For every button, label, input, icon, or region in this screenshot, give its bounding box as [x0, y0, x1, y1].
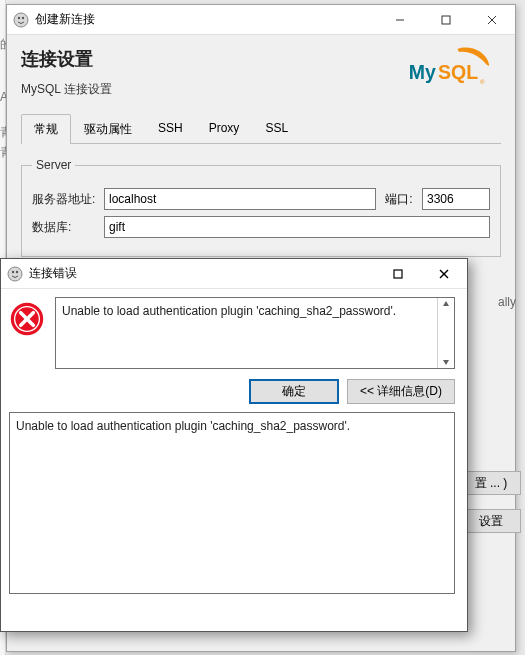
close-button[interactable]: [469, 5, 515, 34]
svg-rect-4: [442, 16, 450, 24]
server-group: Server 服务器地址: 端口: 数据库:: [21, 158, 501, 257]
tab-general[interactable]: 常规: [21, 114, 71, 144]
ok-button[interactable]: 确定: [249, 379, 339, 404]
svg-text:My: My: [409, 61, 436, 83]
app-icon: [13, 12, 29, 28]
error-icon: [9, 301, 45, 340]
db-label: 数据库:: [32, 219, 98, 236]
app-icon: [7, 266, 23, 282]
clipped-button-2[interactable]: 设置: [461, 509, 521, 533]
tabs: 常规 驱动属性 SSH Proxy SSL: [21, 114, 501, 144]
port-label: 端口:: [382, 191, 416, 208]
host-label: 服务器地址:: [32, 191, 98, 208]
svg-text:SQL: SQL: [438, 61, 478, 83]
svg-rect-13: [394, 270, 402, 278]
details-button[interactable]: << 详细信息(D): [347, 379, 455, 404]
error-details-text: Unable to load authentication plugin 'ca…: [16, 419, 350, 433]
svg-point-1: [18, 16, 20, 18]
svg-point-0: [14, 13, 28, 27]
error-message-box: Unable to load authentication plugin 'ca…: [55, 297, 455, 369]
svg-point-2: [22, 16, 24, 18]
error-message: Unable to load authentication plugin 'ca…: [62, 304, 396, 318]
tab-driver[interactable]: 驱动属性: [71, 114, 145, 144]
tab-proxy[interactable]: Proxy: [196, 114, 253, 144]
window-title: 创建新连接: [35, 11, 377, 28]
error-maximize-button[interactable]: [375, 259, 421, 288]
db-input[interactable]: [104, 216, 490, 238]
scrollbar[interactable]: [437, 298, 454, 368]
clipped-button-1[interactable]: 置 ... ): [461, 471, 521, 495]
server-legend: Server: [32, 158, 75, 172]
tab-ssh[interactable]: SSH: [145, 114, 196, 144]
svg-text:®: ®: [480, 79, 485, 85]
error-dialog: 连接错误 Unable to load authentication plugi…: [0, 258, 468, 632]
tab-ssl[interactable]: SSL: [252, 114, 301, 144]
host-input[interactable]: [104, 188, 376, 210]
svg-point-12: [16, 270, 18, 272]
error-title: 连接错误: [29, 265, 375, 282]
titlebar: 创建新连接: [7, 5, 515, 35]
scroll-down-icon[interactable]: [442, 358, 450, 366]
clipped-text-ally: ally: [498, 295, 516, 309]
svg-point-11: [12, 270, 14, 272]
error-titlebar: 连接错误: [1, 259, 467, 289]
port-input[interactable]: [422, 188, 490, 210]
error-details-box[interactable]: Unable to load authentication plugin 'ca…: [9, 412, 455, 594]
mysql-logo: My SQL ®: [405, 43, 495, 88]
minimize-button[interactable]: [377, 5, 423, 34]
scroll-up-icon[interactable]: [442, 300, 450, 308]
maximize-button[interactable]: [423, 5, 469, 34]
error-close-button[interactable]: [421, 259, 467, 288]
svg-point-10: [8, 267, 22, 281]
